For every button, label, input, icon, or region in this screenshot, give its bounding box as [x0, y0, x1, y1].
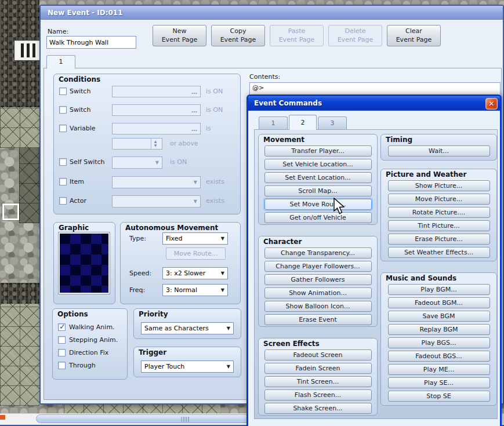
screen-effects-group: Screen Effects Fadeout Screen Fadein Scr…: [258, 338, 378, 416]
event-page-button[interactable]: Clear Event Page: [387, 25, 441, 46]
command-button[interactable]: Save BGM: [388, 311, 490, 322]
close-button[interactable]: ✕: [485, 98, 498, 110]
command-button[interactable]: Set Move Route...: [264, 199, 372, 210]
character-buttons: Change Transparency... Change Player Fol…: [259, 247, 377, 325]
variable-field[interactable]: …: [112, 123, 201, 134]
command-button[interactable]: Play SE...: [388, 377, 490, 388]
event-commands-tab[interactable]: 2: [289, 115, 317, 130]
command-button[interactable]: Get on/off Vehicle: [264, 212, 372, 223]
command-button[interactable]: Set Vehicle Location...: [264, 159, 372, 170]
trigger-group: Trigger Player Touch▼: [133, 347, 241, 377]
command-button[interactable]: Rotate Picture....: [388, 207, 490, 218]
variable-value-spinner[interactable]: ▲▼: [112, 138, 162, 150]
map-event-selection[interactable]: [2, 203, 19, 220]
option-label: Walking Anim.: [69, 323, 115, 331]
option-row[interactable]: Walking Anim.: [58, 322, 127, 332]
command-button[interactable]: Scroll Map...: [264, 185, 372, 196]
switch1-field[interactable]: …: [112, 86, 201, 97]
close-icon: ✕: [488, 100, 494, 108]
new-event-titlebar[interactable]: New Event - ID:011: [41, 6, 503, 20]
command-button[interactable]: Show Balloon Icon...: [264, 301, 372, 312]
priority-group: Priority Same as Characters▼: [133, 308, 241, 339]
event-page-button[interactable]: Paste Event Page: [270, 25, 324, 46]
event-graphic-preview[interactable]: [59, 232, 110, 294]
option-row[interactable]: Through: [58, 361, 127, 370]
command-button[interactable]: Replay BGM: [388, 324, 490, 335]
switch1-checkbox[interactable]: [59, 88, 67, 95]
option-checkbox[interactable]: [58, 362, 66, 369]
barred-window-icon: [14, 41, 42, 60]
event-commands-tab[interactable]: 3: [318, 116, 347, 129]
floor-tiles: [0, 107, 39, 148]
command-button[interactable]: Wait...: [388, 145, 490, 156]
spinner-arrows-icon[interactable]: ▲▼: [151, 139, 159, 149]
command-button[interactable]: Play BGM...: [388, 284, 490, 295]
name-label: Name:: [48, 28, 68, 35]
option-checkbox[interactable]: [58, 323, 66, 331]
event-name-input[interactable]: [46, 36, 136, 49]
chevron-down-icon: ▼: [227, 364, 230, 369]
contents-command-line[interactable]: @>: [252, 84, 264, 92]
command-button[interactable]: Play ME...: [388, 364, 490, 375]
switch2-field[interactable]: …: [112, 104, 201, 116]
speed-dropdown[interactable]: 3: x2 Slower▼: [162, 267, 228, 279]
ellipsis-button[interactable]: …: [191, 107, 198, 114]
page-tab-1[interactable]: 1: [46, 55, 75, 68]
command-button[interactable]: Move Picture...: [388, 194, 490, 205]
conditions-group: Conditions Switch … is ON Switch … is ON…: [53, 74, 241, 214]
variable-checkbox[interactable]: [59, 125, 67, 132]
actor-checkbox[interactable]: [59, 197, 67, 205]
item-checkbox[interactable]: [59, 178, 67, 185]
event-commands-tab[interactable]: 1: [259, 116, 288, 129]
event-page-button[interactable]: Delete Event Page: [328, 25, 382, 46]
command-button[interactable]: Shake Screen...: [264, 403, 372, 414]
freq-dropdown[interactable]: 3: Normal▼: [162, 284, 228, 296]
event-page-button[interactable]: New Event Page: [153, 25, 206, 46]
command-button[interactable]: Fadeout BGM...: [388, 297, 490, 308]
item-dropdown[interactable]: ▼: [112, 176, 201, 188]
ellipsis-button[interactable]: …: [191, 89, 198, 95]
options-list: Walking Anim. Stepping Anim. Direction F…: [53, 322, 127, 370]
command-button[interactable]: Erase Event: [264, 314, 372, 325]
option-checkbox[interactable]: [58, 336, 66, 344]
page-buttons-row: New Event Page Copy Event Page Paste Eve…: [153, 25, 441, 46]
actor-dropdown[interactable]: ▼: [112, 195, 201, 207]
command-button[interactable]: Gather Followers: [264, 274, 372, 285]
priority-dropdown[interactable]: Same as Characters▼: [141, 322, 234, 334]
self-switch-checkbox[interactable]: [59, 158, 67, 166]
command-button[interactable]: Play BGS...: [388, 337, 490, 348]
option-label: Direction Fix: [69, 349, 108, 356]
command-button[interactable]: Show Picture...: [388, 180, 490, 191]
chevron-down-icon: ▼: [221, 271, 224, 276]
chevron-down-icon: ▼: [221, 236, 224, 241]
command-button[interactable]: Flash Screen...: [264, 389, 372, 400]
command-button[interactable]: Fadein Screen: [264, 363, 372, 374]
picture-weather-group: Picture and Weather Show Picture... Move…: [380, 169, 497, 261]
trigger-dropdown[interactable]: Player Touch▼: [141, 361, 234, 373]
command-button[interactable]: Tint Picture...: [388, 220, 490, 231]
command-button[interactable]: Change Transparency...: [264, 247, 372, 258]
event-commands-dialog: Event Commands ✕ 1 2 3 Movement Transfer…: [246, 94, 502, 426]
command-button[interactable]: Transfer Player...: [264, 145, 372, 156]
event-page-button[interactable]: Copy Event Page: [211, 25, 265, 46]
command-button[interactable]: Fadeout BGS...: [388, 351, 490, 362]
command-button[interactable]: Set Weather Effects...: [388, 247, 490, 258]
command-button[interactable]: Tint Screen...: [264, 376, 372, 387]
event-commands-titlebar[interactable]: Event Commands ✕: [248, 96, 500, 111]
switch2-checkbox[interactable]: [59, 106, 67, 114]
chevron-down-icon: ▼: [221, 287, 224, 293]
option-checkbox[interactable]: [58, 349, 66, 356]
ellipsis-button[interactable]: …: [191, 126, 198, 132]
scrollbar-grip-icon: [181, 417, 190, 422]
command-button[interactable]: Erase Picture...: [388, 234, 490, 245]
graphic-group: Graphic: [53, 222, 115, 304]
command-button[interactable]: Fadeout Screen: [264, 349, 372, 361]
self-switch-dropdown[interactable]: ▼: [112, 156, 162, 169]
command-button[interactable]: Set Event Location...: [264, 172, 372, 183]
command-button[interactable]: Change Player Followers...: [264, 261, 372, 272]
command-button[interactable]: Show Animation...: [264, 287, 372, 298]
type-dropdown[interactable]: Fixed▼: [162, 232, 228, 245]
option-row[interactable]: Stepping Anim.: [58, 335, 127, 345]
command-button[interactable]: Stop SE: [388, 391, 490, 402]
option-row[interactable]: Direction Fix: [58, 348, 127, 358]
